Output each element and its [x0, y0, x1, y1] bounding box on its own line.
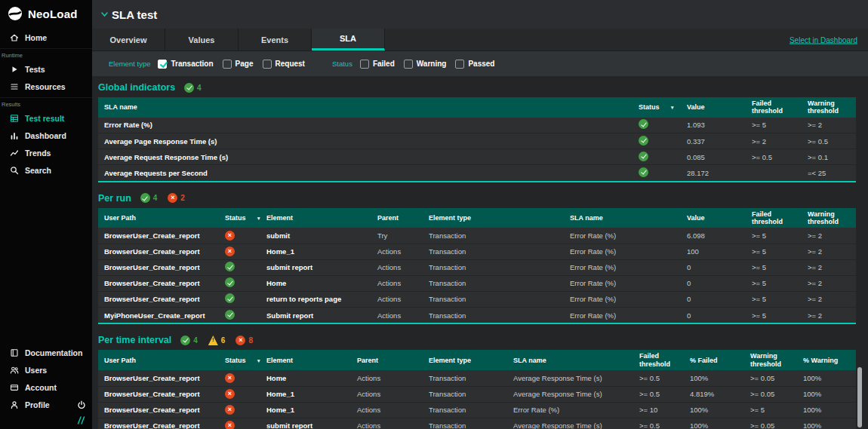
- column-header-pct_warning[interactable]: % Warning: [797, 350, 856, 370]
- column-header-sla_name[interactable]: SLA name: [98, 97, 633, 118]
- cell-warning_threshold: >= 2: [802, 259, 856, 275]
- cell-pct_warning: 100%: [797, 402, 856, 418]
- cell-element_type: Transaction: [423, 275, 564, 291]
- cell-failed_threshold: >= 5: [746, 244, 802, 259]
- select-in-dashboard-link[interactable]: Select in Dashboard: [790, 35, 857, 44]
- checkbox-failed[interactable]: Failed: [360, 60, 395, 69]
- sidebar-collapse[interactable]: [0, 413, 92, 426]
- account-icon: [10, 383, 19, 392]
- cell-element: Home: [260, 370, 351, 386]
- column-header-parent[interactable]: Parent: [371, 208, 423, 228]
- cell-warning_threshold: >= 2: [802, 244, 856, 259]
- sidebar-item-account[interactable]: Account: [0, 378, 92, 396]
- cell-sla_name: Average Requests per Second: [98, 165, 633, 181]
- checkbox-warning[interactable]: Warning: [404, 60, 447, 69]
- column-header-value[interactable]: Value: [681, 97, 746, 118]
- checkbox-transaction[interactable]: Transaction: [158, 60, 213, 69]
- checkbox-box[interactable]: [455, 60, 464, 69]
- column-header-failed_threshold[interactable]: Failed threshold: [746, 208, 802, 228]
- tab-events[interactable]: Events: [239, 29, 312, 51]
- table-row: BrowserUser_Create_report×submit reportA…: [98, 418, 856, 429]
- checkbox-box[interactable]: [404, 60, 413, 69]
- cell-element_type: Transaction: [423, 228, 564, 244]
- sidebar-item-tests[interactable]: Tests: [0, 60, 92, 78]
- column-header-parent[interactable]: Parent: [351, 350, 423, 370]
- sidebar-item-documentation[interactable]: Documentation: [0, 344, 92, 361]
- sidebar-item-profile[interactable]: Profile: [0, 396, 92, 413]
- checkbox-page[interactable]: Page: [223, 60, 254, 69]
- scrollbar-thumb[interactable]: [857, 367, 862, 427]
- section-title-per-run: Per run: [98, 193, 131, 204]
- sidebar-item-dashboard[interactable]: Dashboard: [0, 127, 92, 144]
- table-row: BrowserUser_Create_reportreturn to repor…: [98, 291, 856, 307]
- sidebar-item-label: Home: [25, 33, 47, 42]
- column-header-element_type[interactable]: Element type: [423, 208, 564, 228]
- sidebar-item-search[interactable]: Search: [0, 161, 92, 179]
- column-header-failed_threshold[interactable]: Failed threshold: [633, 350, 684, 370]
- checkbox-box[interactable]: [158, 60, 167, 69]
- column-header-label: User Path: [104, 357, 136, 364]
- status-cell: [633, 133, 681, 149]
- column-header-sla_name[interactable]: SLA name: [507, 350, 633, 370]
- column-header-warning_threshold[interactable]: Warning threshold: [802, 97, 856, 118]
- status-passed-icon: [639, 136, 648, 146]
- checkbox-label: Transaction: [171, 60, 213, 68]
- sidebar: NeoLoad Home Runtime Tests Resources Res…: [0, 0, 92, 429]
- sidebar-item-home[interactable]: Home: [0, 29, 92, 46]
- cell-user_path: MyiPhoneUser_Create_report: [98, 307, 219, 323]
- cell-user_path: BrowserUser_Create_report: [98, 228, 219, 244]
- badge-count: 6: [221, 336, 226, 345]
- checkbox-request[interactable]: Request: [263, 60, 305, 69]
- sidebar-item-trends[interactable]: Trends: [0, 144, 92, 161]
- column-header-pct_failed[interactable]: % Failed: [684, 350, 744, 370]
- tab-overview[interactable]: Overview: [92, 29, 165, 51]
- column-header-element_type[interactable]: Element type: [423, 350, 507, 370]
- tab-sla[interactable]: SLA: [312, 29, 385, 51]
- power-icon[interactable]: [77, 400, 86, 409]
- cell-failed_threshold: >= 0.5: [633, 418, 684, 429]
- column-header-element[interactable]: Element: [260, 208, 371, 228]
- cell-failed_threshold: >= 5: [746, 228, 802, 244]
- checkbox-box[interactable]: [223, 60, 232, 69]
- checkbox-box[interactable]: [263, 60, 272, 69]
- column-header-warning_threshold[interactable]: Warning threshold: [744, 350, 797, 370]
- cell-user_path: BrowserUser_Create_report: [98, 275, 219, 291]
- column-header-warning_threshold[interactable]: Warning threshold: [802, 208, 856, 228]
- sidebar-item-label: Trends: [25, 149, 51, 158]
- cell-element_type: Transaction: [423, 418, 507, 429]
- column-header-failed_threshold[interactable]: Failed threshold: [746, 97, 802, 118]
- cell-warning_threshold: >= 0.5: [802, 133, 856, 149]
- tab-values[interactable]: Values: [165, 29, 239, 51]
- column-header-user_path[interactable]: User Path: [98, 208, 219, 228]
- main-area: SLA test Overview Values Events SLA Sele…: [92, 0, 868, 429]
- table-row: BrowserUser_Create_report×Home_1ActionsT…: [98, 402, 856, 418]
- column-header-element[interactable]: Element: [260, 350, 351, 370]
- sidebar-item-resources[interactable]: Resources: [0, 78, 92, 95]
- checkbox-passed[interactable]: Passed: [455, 60, 494, 69]
- sidebar-item-users[interactable]: Users: [0, 361, 92, 378]
- column-header-status[interactable]: Status▼: [219, 208, 260, 228]
- column-header-user_path[interactable]: User Path: [98, 350, 219, 370]
- cell-sla_name: Average Response Time (s): [507, 386, 633, 402]
- cell-failed_threshold: >= 5: [746, 259, 802, 275]
- column-header-status[interactable]: Status▼: [633, 97, 681, 118]
- sidebar-item-test-result[interactable]: Test result: [0, 109, 92, 127]
- status-filter-caret-icon[interactable]: ▼: [670, 105, 675, 110]
- status-cell: [633, 118, 681, 133]
- collapse-title-chevron-icon[interactable]: [101, 12, 108, 17]
- global-indicators-table-wrap: SLA nameStatus▼ValueFailed thresholdWarn…: [98, 97, 856, 182]
- checkbox-box[interactable]: [360, 60, 369, 69]
- section-badges: 4: [184, 83, 202, 93]
- sidebar-item-label: Tests: [25, 65, 45, 74]
- cell-warning_threshold: >= 5: [744, 402, 797, 418]
- column-header-status[interactable]: Status▼: [219, 350, 260, 370]
- column-header-sla_name[interactable]: SLA name: [564, 208, 681, 228]
- status-failed-icon: ×: [225, 405, 235, 415]
- checkbox-label: Warning: [417, 60, 447, 68]
- badge-failed: ×2: [168, 193, 185, 203]
- status-filter-caret-icon[interactable]: ▼: [257, 358, 261, 363]
- column-header-value[interactable]: Value: [681, 208, 746, 228]
- cell-failed_threshold: >= 5: [746, 291, 802, 307]
- status-filter-caret-icon[interactable]: ▼: [257, 216, 261, 221]
- cell-user_path: BrowserUser_Create_report: [98, 370, 219, 386]
